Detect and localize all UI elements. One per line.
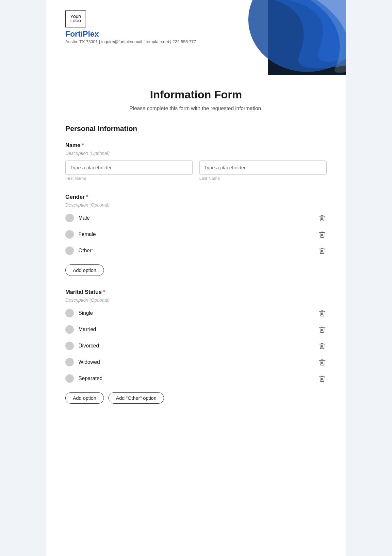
name-inputs: First Name Last Name bbox=[65, 160, 327, 181]
radio-option-male: Male bbox=[65, 212, 327, 224]
required-star: * bbox=[82, 142, 84, 148]
delete-female-icon[interactable] bbox=[318, 230, 327, 239]
radio-circle-divorced[interactable] bbox=[65, 342, 74, 350]
first-name-input[interactable] bbox=[65, 160, 193, 175]
radio-label-single: Single bbox=[78, 310, 93, 316]
radio-option-other: Other: bbox=[65, 245, 327, 257]
field-group-marital: Marital Status* Description (Optional) S… bbox=[65, 289, 327, 404]
radio-label-divorced: Divorced bbox=[78, 343, 99, 349]
section-title-personal: Personal Information bbox=[65, 125, 327, 133]
field-description-name: Description (Optional) bbox=[65, 151, 327, 156]
first-name-sublabel: First Name bbox=[65, 176, 193, 181]
logo-box: YOUR LOGO bbox=[65, 10, 86, 27]
radio-circle-other[interactable] bbox=[65, 246, 74, 255]
add-other-option-marital-button[interactable]: Add "Other" option bbox=[108, 392, 164, 404]
header-graphic bbox=[209, 0, 346, 75]
company-name: FortiPlex bbox=[65, 29, 196, 39]
radio-option-divorced: Divorced bbox=[65, 340, 327, 352]
last-name-sublabel: Last Name bbox=[199, 176, 327, 181]
gender-add-options: Add option bbox=[65, 261, 327, 276]
field-description-gender: Description (Optional) bbox=[65, 202, 327, 208]
radio-circle-male[interactable] bbox=[65, 214, 74, 222]
radio-option-female: Female bbox=[65, 228, 327, 240]
delete-single-icon[interactable] bbox=[318, 309, 327, 318]
add-option-marital-button[interactable]: Add option bbox=[65, 392, 104, 404]
page-wrapper: YOUR LOGO FortiPlex Austin, TX 73301 | i… bbox=[46, 0, 346, 556]
radio-label-other: Other: bbox=[78, 248, 93, 254]
radio-label-male: Male bbox=[78, 215, 90, 221]
field-label-marital: Marital Status* bbox=[65, 289, 327, 295]
delete-married-icon[interactable] bbox=[318, 325, 327, 334]
radio-circle-female[interactable] bbox=[65, 230, 74, 239]
delete-divorced-icon[interactable] bbox=[318, 341, 327, 350]
form-content: Information Form Please complete this fo… bbox=[46, 75, 346, 436]
radio-label-female: Female bbox=[78, 231, 96, 237]
logo-area: YOUR LOGO FortiPlex Austin, TX 73301 | i… bbox=[65, 10, 196, 44]
radio-circle-widowed[interactable] bbox=[65, 358, 74, 366]
required-star-gender: * bbox=[86, 194, 89, 200]
radio-option-single: Single bbox=[65, 307, 327, 319]
form-title: Information Form bbox=[65, 88, 327, 101]
company-contact: Austin, TX 73301 | inquire@fortiplex.mai… bbox=[65, 39, 196, 44]
logo-text: YOUR LOGO bbox=[71, 15, 81, 23]
radio-label-married: Married bbox=[78, 327, 96, 332]
radio-circle-married[interactable] bbox=[65, 325, 74, 334]
delete-male-icon[interactable] bbox=[318, 213, 327, 223]
radio-label-widowed: Widowed bbox=[78, 359, 100, 365]
field-group-name: Name* Description (Optional) First Name … bbox=[65, 142, 327, 181]
field-group-gender: Gender* Description (Optional) Male bbox=[65, 194, 327, 276]
last-name-wrapper: Last Name bbox=[199, 160, 327, 181]
delete-widowed-icon[interactable] bbox=[318, 358, 327, 367]
radio-circle-single[interactable] bbox=[65, 309, 74, 317]
add-option-gender-button[interactable]: Add option bbox=[65, 264, 104, 276]
first-name-wrapper: First Name bbox=[65, 160, 193, 181]
form-subtitle: Please complete this form with the reque… bbox=[65, 106, 327, 111]
field-label-name: Name* bbox=[65, 142, 327, 149]
radio-option-separated: Separated bbox=[65, 373, 327, 384]
radio-option-married: Married bbox=[65, 324, 327, 335]
radio-label-separated: Separated bbox=[78, 376, 103, 381]
last-name-input[interactable] bbox=[199, 160, 327, 175]
field-label-gender: Gender* bbox=[65, 194, 327, 200]
radio-option-widowed: Widowed bbox=[65, 356, 327, 368]
header: YOUR LOGO FortiPlex Austin, TX 73301 | i… bbox=[46, 0, 346, 75]
field-description-marital: Description (Optional) bbox=[65, 297, 327, 303]
marital-add-options: Add option Add "Other" option bbox=[65, 389, 327, 404]
radio-circle-separated[interactable] bbox=[65, 374, 74, 383]
delete-separated-icon[interactable] bbox=[318, 374, 327, 383]
delete-other-icon[interactable] bbox=[318, 246, 327, 255]
required-star-marital: * bbox=[103, 289, 105, 295]
